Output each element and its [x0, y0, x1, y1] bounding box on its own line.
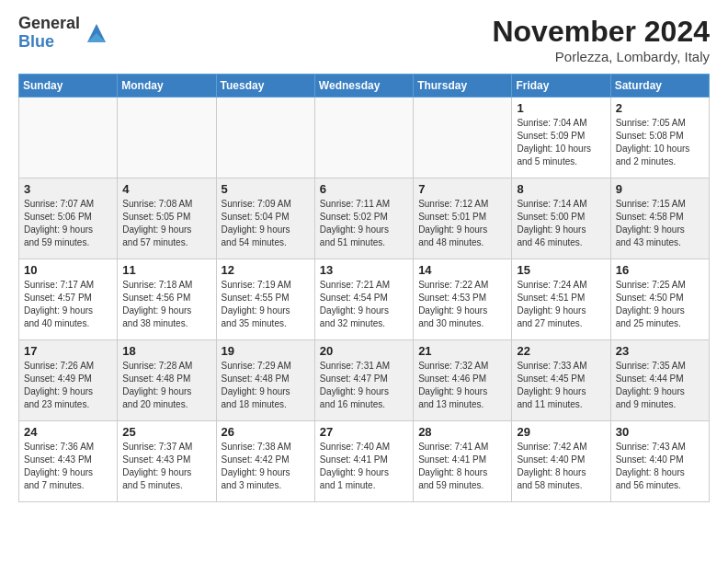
day-info: Sunrise: 7:09 AM Sunset: 5:04 PM Dayligh…	[222, 198, 310, 249]
calendar-cell: 13Sunrise: 7:21 AM Sunset: 4:54 PM Dayli…	[314, 259, 413, 340]
day-info: Sunrise: 7:12 AM Sunset: 5:01 PM Dayligh…	[418, 198, 506, 249]
day-number: 25	[122, 425, 210, 439]
day-number: 23	[616, 344, 704, 358]
calendar-cell: 20Sunrise: 7:31 AM Sunset: 4:47 PM Dayli…	[314, 340, 413, 421]
calendar-cell: 12Sunrise: 7:19 AM Sunset: 4:55 PM Dayli…	[216, 259, 314, 340]
day-number: 30	[616, 425, 704, 439]
logo-text: General Blue	[18, 15, 80, 52]
location: Porlezza, Lombardy, Italy	[492, 49, 710, 64]
day-number: 17	[24, 344, 112, 358]
calendar-cell: 22Sunrise: 7:33 AM Sunset: 4:45 PM Dayli…	[512, 340, 610, 421]
calendar-cell: 19Sunrise: 7:29 AM Sunset: 4:48 PM Dayli…	[216, 340, 314, 421]
day-number: 24	[24, 425, 112, 439]
day-info: Sunrise: 7:19 AM Sunset: 4:55 PM Dayligh…	[222, 279, 310, 330]
calendar-cell	[118, 98, 216, 178]
day-number: 9	[616, 182, 704, 196]
day-info: Sunrise: 7:08 AM Sunset: 5:05 PM Dayligh…	[122, 198, 210, 249]
day-number: 4	[122, 182, 210, 196]
day-number: 10	[24, 263, 112, 277]
day-number: 5	[222, 182, 310, 196]
day-info: Sunrise: 7:40 AM Sunset: 4:41 PM Dayligh…	[320, 441, 408, 492]
day-number: 12	[222, 263, 310, 277]
day-info: Sunrise: 7:07 AM Sunset: 5:06 PM Dayligh…	[24, 198, 112, 249]
calendar-cell: 11Sunrise: 7:18 AM Sunset: 4:56 PM Dayli…	[118, 259, 216, 340]
calendar-cell: 16Sunrise: 7:25 AM Sunset: 4:50 PM Dayli…	[610, 259, 709, 340]
calendar-cell	[19, 98, 118, 178]
day-number: 1	[517, 101, 605, 115]
day-info: Sunrise: 7:28 AM Sunset: 4:48 PM Dayligh…	[122, 360, 210, 411]
calendar-week-2: 10Sunrise: 7:17 AM Sunset: 4:57 PM Dayli…	[19, 259, 710, 340]
header-row: Sunday Monday Tuesday Wednesday Thursday…	[19, 75, 710, 98]
header-tuesday: Tuesday	[216, 75, 314, 98]
calendar-cell: 2Sunrise: 7:05 AM Sunset: 5:08 PM Daylig…	[610, 98, 709, 178]
day-number: 3	[24, 182, 112, 196]
page: General Blue November 2024 Porlezza, Lom…	[0, 0, 728, 511]
logo-blue: Blue	[18, 33, 80, 52]
header-sunday: Sunday	[19, 75, 118, 98]
day-number: 18	[122, 344, 210, 358]
header-thursday: Thursday	[414, 75, 512, 98]
header-saturday: Saturday	[610, 75, 709, 98]
header-monday: Monday	[118, 75, 216, 98]
day-info: Sunrise: 7:24 AM Sunset: 4:51 PM Dayligh…	[517, 279, 605, 330]
day-info: Sunrise: 7:32 AM Sunset: 4:46 PM Dayligh…	[418, 360, 506, 411]
header: General Blue November 2024 Porlezza, Lom…	[18, 15, 710, 64]
day-number: 28	[418, 425, 506, 439]
day-info: Sunrise: 7:37 AM Sunset: 4:43 PM Dayligh…	[122, 441, 210, 492]
day-number: 7	[418, 182, 506, 196]
day-info: Sunrise: 7:42 AM Sunset: 4:40 PM Dayligh…	[517, 441, 605, 492]
day-number: 11	[122, 263, 210, 277]
calendar-week-1: 3Sunrise: 7:07 AM Sunset: 5:06 PM Daylig…	[19, 178, 710, 259]
day-info: Sunrise: 7:36 AM Sunset: 4:43 PM Dayligh…	[24, 441, 112, 492]
calendar-cell: 24Sunrise: 7:36 AM Sunset: 4:43 PM Dayli…	[19, 421, 118, 502]
day-number: 15	[517, 263, 605, 277]
day-info: Sunrise: 7:29 AM Sunset: 4:48 PM Dayligh…	[222, 360, 310, 411]
calendar-cell: 28Sunrise: 7:41 AM Sunset: 4:41 PM Dayli…	[414, 421, 512, 502]
calendar-week-3: 17Sunrise: 7:26 AM Sunset: 4:49 PM Dayli…	[19, 340, 710, 421]
calendar-cell: 8Sunrise: 7:14 AM Sunset: 5:00 PM Daylig…	[512, 178, 610, 259]
logo-general: General	[18, 15, 80, 33]
day-info: Sunrise: 7:41 AM Sunset: 4:41 PM Dayligh…	[418, 441, 506, 492]
calendar-cell: 27Sunrise: 7:40 AM Sunset: 4:41 PM Dayli…	[314, 421, 413, 502]
day-number: 14	[418, 263, 506, 277]
header-wednesday: Wednesday	[314, 75, 413, 98]
calendar-cell: 3Sunrise: 7:07 AM Sunset: 5:06 PM Daylig…	[19, 178, 118, 259]
calendar-cell: 18Sunrise: 7:28 AM Sunset: 4:48 PM Dayli…	[118, 340, 216, 421]
day-number: 22	[517, 344, 605, 358]
calendar-cell	[216, 98, 314, 178]
calendar-cell: 21Sunrise: 7:32 AM Sunset: 4:46 PM Dayli…	[414, 340, 512, 421]
calendar-cell	[414, 98, 512, 178]
day-number: 21	[418, 344, 506, 358]
day-info: Sunrise: 7:05 AM Sunset: 5:08 PM Dayligh…	[616, 117, 704, 168]
day-info: Sunrise: 7:31 AM Sunset: 4:47 PM Dayligh…	[320, 360, 408, 411]
calendar-cell: 9Sunrise: 7:15 AM Sunset: 4:58 PM Daylig…	[610, 178, 709, 259]
day-info: Sunrise: 7:25 AM Sunset: 4:50 PM Dayligh…	[616, 279, 704, 330]
calendar-cell: 5Sunrise: 7:09 AM Sunset: 5:04 PM Daylig…	[216, 178, 314, 259]
calendar-week-4: 24Sunrise: 7:36 AM Sunset: 4:43 PM Dayli…	[19, 421, 710, 502]
calendar-cell: 17Sunrise: 7:26 AM Sunset: 4:49 PM Dayli…	[19, 340, 118, 421]
day-info: Sunrise: 7:15 AM Sunset: 4:58 PM Dayligh…	[616, 198, 704, 249]
day-info: Sunrise: 7:33 AM Sunset: 4:45 PM Dayligh…	[517, 360, 605, 411]
calendar-week-0: 1Sunrise: 7:04 AM Sunset: 5:09 PM Daylig…	[19, 98, 710, 178]
logo-icon	[84, 20, 109, 46]
day-number: 27	[320, 425, 408, 439]
month-title: November 2024	[492, 15, 710, 49]
day-number: 13	[320, 263, 408, 277]
calendar-cell: 25Sunrise: 7:37 AM Sunset: 4:43 PM Dayli…	[118, 421, 216, 502]
calendar-cell: 7Sunrise: 7:12 AM Sunset: 5:01 PM Daylig…	[414, 178, 512, 259]
day-info: Sunrise: 7:04 AM Sunset: 5:09 PM Dayligh…	[517, 117, 605, 168]
day-info: Sunrise: 7:38 AM Sunset: 4:42 PM Dayligh…	[222, 441, 310, 492]
header-friday: Friday	[512, 75, 610, 98]
calendar-cell: 30Sunrise: 7:43 AM Sunset: 4:40 PM Dayli…	[610, 421, 709, 502]
calendar-cell: 15Sunrise: 7:24 AM Sunset: 4:51 PM Dayli…	[512, 259, 610, 340]
calendar-cell: 6Sunrise: 7:11 AM Sunset: 5:02 PM Daylig…	[314, 178, 413, 259]
day-info: Sunrise: 7:17 AM Sunset: 4:57 PM Dayligh…	[24, 279, 112, 330]
day-number: 6	[320, 182, 408, 196]
day-number: 20	[320, 344, 408, 358]
day-info: Sunrise: 7:11 AM Sunset: 5:02 PM Dayligh…	[320, 198, 408, 249]
day-number: 29	[517, 425, 605, 439]
calendar-cell: 4Sunrise: 7:08 AM Sunset: 5:05 PM Daylig…	[118, 178, 216, 259]
day-info: Sunrise: 7:26 AM Sunset: 4:49 PM Dayligh…	[24, 360, 112, 411]
day-info: Sunrise: 7:43 AM Sunset: 4:40 PM Dayligh…	[616, 441, 704, 492]
calendar-cell: 23Sunrise: 7:35 AM Sunset: 4:44 PM Dayli…	[610, 340, 709, 421]
